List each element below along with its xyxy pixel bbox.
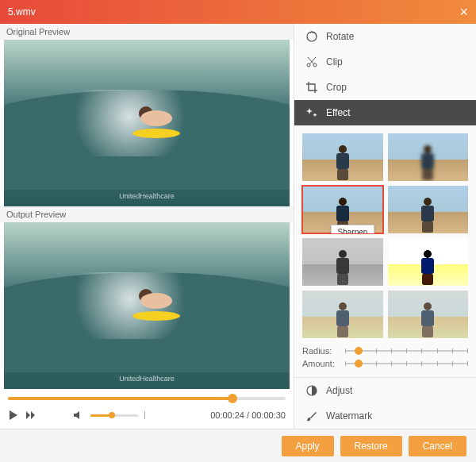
amount-label: Amount: bbox=[302, 359, 340, 368]
radius-slider[interactable] bbox=[345, 350, 468, 352]
total-time: 00:00:30 bbox=[251, 410, 286, 420]
tab-label: Effect bbox=[326, 107, 350, 118]
volume-max-tick bbox=[144, 411, 145, 419]
close-icon[interactable]: × bbox=[459, 4, 468, 21]
footer: Apply Restore Cancel bbox=[0, 429, 476, 462]
apply-button[interactable]: Apply bbox=[282, 436, 334, 456]
fast-forward-icon[interactable] bbox=[25, 410, 36, 421]
adjust-icon bbox=[305, 384, 318, 397]
restore-button[interactable]: Restore bbox=[340, 436, 402, 456]
effect-thumb-fade[interactable] bbox=[302, 291, 383, 338]
tab-adjust[interactable]: Adjust bbox=[294, 377, 476, 403]
rotate-icon bbox=[305, 30, 318, 43]
tab-label: Clip bbox=[326, 56, 343, 67]
effect-thumb-sketch[interactable] bbox=[388, 238, 469, 286]
watermark-text: UnitedHealthcare bbox=[119, 375, 175, 383]
tab-label: Adjust bbox=[326, 385, 352, 396]
scissors-icon bbox=[305, 56, 318, 68]
output-preview: UnitedHealthcare bbox=[4, 222, 290, 389]
current-time: 00:00:24 bbox=[210, 410, 244, 420]
output-preview-label: Output Preview bbox=[0, 206, 294, 222]
title-bar: 5.wmv × bbox=[0, 0, 476, 24]
tab-rotate[interactable]: Rotate bbox=[294, 24, 476, 49]
sparkle-icon bbox=[305, 106, 318, 119]
tab-label: Rotate bbox=[326, 31, 354, 42]
effect-thumb-4[interactable] bbox=[388, 186, 469, 233]
brush-icon bbox=[305, 410, 318, 422]
original-preview-label: Original Preview bbox=[0, 24, 294, 40]
effect-thumb-normal[interactable] bbox=[302, 133, 383, 181]
volume-icon[interactable] bbox=[73, 410, 84, 421]
tab-crop[interactable]: Crop bbox=[294, 75, 476, 100]
effect-thumb-8[interactable] bbox=[388, 291, 469, 338]
effect-thumb-sharpen[interactable]: Sharpen bbox=[302, 186, 383, 233]
window-title: 5.wmv bbox=[8, 6, 36, 17]
preview-panel: Original Preview UnitedHealthcare Output… bbox=[0, 24, 294, 429]
radius-label: Radius: bbox=[302, 346, 340, 356]
side-panel: Rotate Clip Crop Effect Sharpen bbox=[294, 24, 476, 429]
effects-panel: Sharpen Radius: Amount: bbox=[294, 125, 476, 377]
amount-slider[interactable] bbox=[345, 363, 468, 364]
tab-label: Crop bbox=[326, 82, 347, 93]
volume-slider[interactable] bbox=[90, 414, 138, 417]
play-icon[interactable] bbox=[8, 410, 19, 421]
playback-controls: 00:00:24 / 00:00:30 bbox=[0, 389, 294, 429]
tab-watermark[interactable]: Watermark bbox=[294, 403, 476, 429]
tab-effect[interactable]: Effect bbox=[294, 100, 476, 125]
timeline-slider[interactable] bbox=[8, 397, 286, 400]
cancel-button[interactable]: Cancel bbox=[409, 436, 466, 456]
effect-thumb-blur[interactable] bbox=[388, 133, 469, 181]
effect-tooltip: Sharpen bbox=[331, 225, 375, 233]
tab-label: Watermark bbox=[326, 410, 372, 422]
crop-icon bbox=[305, 81, 318, 94]
watermark-text: UnitedHealthcare bbox=[119, 192, 175, 200]
effect-thumb-gray[interactable] bbox=[302, 238, 383, 286]
tab-clip[interactable]: Clip bbox=[294, 49, 476, 75]
time-display: 00:00:24 / 00:00:30 bbox=[210, 410, 286, 420]
original-preview: UnitedHealthcare bbox=[4, 40, 290, 206]
